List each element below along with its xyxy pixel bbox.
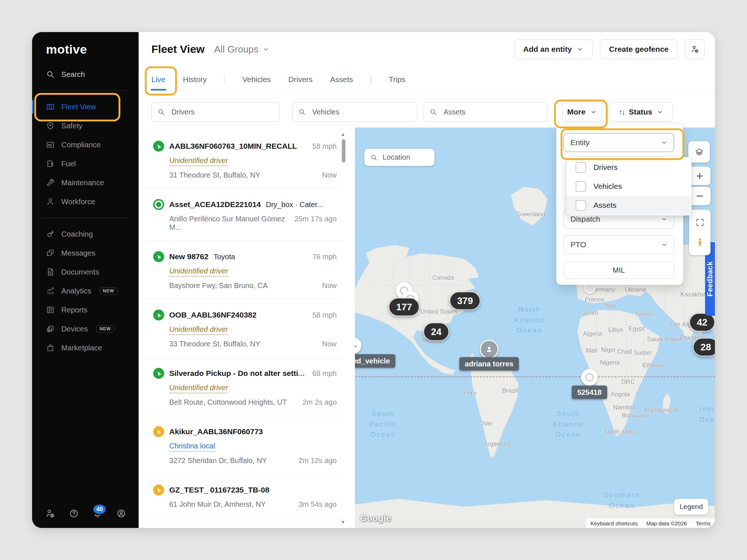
add-entity-button[interactable]: Add an entity xyxy=(514,39,593,59)
sidebar-item-messages[interactable]: Messages xyxy=(32,244,139,262)
scrollbar-thumb[interactable] xyxy=(342,139,345,163)
list-item-row: New 98762Toyota76 mph xyxy=(153,251,337,262)
country-label: Greenland xyxy=(516,211,545,218)
sidebar-item-reports[interactable]: Reports xyxy=(32,300,139,319)
list-item-aabl36nf060763-10min-recall[interactable]: AABL36NF060763_10MIN_RECALL58 mphUnident… xyxy=(139,131,348,189)
list-item-akikur-aabl36nf060773[interactable]: Akikur_AABL36NF060773Christina local3272… xyxy=(139,416,348,474)
help-button[interactable] xyxy=(69,509,79,520)
tab-trips[interactable]: Trips xyxy=(389,69,406,90)
driver-link[interactable]: Unidentified driver xyxy=(169,325,228,335)
sidebar-item-safety[interactable]: Safety xyxy=(32,116,139,135)
checkbox-drivers[interactable] xyxy=(576,162,586,173)
list-item-oob-aabl36nf240382[interactable]: OOB_AABL36NF24038258 mphUnidentified dri… xyxy=(139,299,348,358)
list-item-row: Unidentified driver xyxy=(169,156,337,166)
map-entity-label[interactable]: ated_vehicle xyxy=(355,354,395,368)
entity-option-drivers[interactable]: Drivers xyxy=(567,158,692,177)
sidebar-item-marketplace[interactable]: Marketplace xyxy=(32,338,139,357)
vehicles-search-input[interactable] xyxy=(292,102,417,122)
admin-settings-button[interactable] xyxy=(45,509,55,520)
map-cluster-badge[interactable]: 379 xyxy=(449,292,480,310)
list-item-silverado-pickup-do-not-alter-setti[interactable]: Silverado Pickup - Do not alter setti...… xyxy=(139,358,348,416)
list-item-gz-test-01167235-tb-08[interactable]: GZ_TEST_ 01167235_TB-0861 John Muir Dr, … xyxy=(139,474,348,518)
checkbox-assets[interactable] xyxy=(576,200,586,211)
list-item-jim-dump-trailer[interactable]: Jim Dump TrailerDump_tipper · Horizon L.… xyxy=(139,518,348,528)
country-label: Chile xyxy=(478,420,492,427)
sidebar-item-fleet-view[interactable]: Fleet View xyxy=(32,97,139,116)
map-cluster-badge[interactable]: 24 xyxy=(423,323,449,341)
map-zoom-in-button[interactable]: + xyxy=(689,167,711,185)
list-item-row: 33 Theodore St, Buffalo, NYNow xyxy=(169,340,337,348)
tab-drivers[interactable]: Drivers xyxy=(289,69,313,90)
attribution-item[interactable]: Keyboard shortcuts xyxy=(586,520,642,526)
pto-select[interactable]: PTO xyxy=(564,235,674,254)
sidebar-item-label: Workforce xyxy=(61,197,95,206)
entity-option-vehicles[interactable]: Vehicles xyxy=(567,177,692,196)
sidebar-item-search[interactable]: Search xyxy=(32,65,139,84)
document-icon xyxy=(46,268,55,276)
drivers-search-field[interactable] xyxy=(171,108,276,117)
sidebar-item-maintenance[interactable]: Maintenance xyxy=(32,173,139,192)
legend-button[interactable]: Legend xyxy=(674,499,708,515)
map-zoom-out-button[interactable]: − xyxy=(689,187,711,205)
map-vehicle-marker[interactable] xyxy=(581,369,598,386)
list-item-new-98762[interactable]: New 98762Toyota76 mphUnidentified driver… xyxy=(139,241,348,299)
status-green-nav-icon xyxy=(153,368,164,379)
map-layers-button[interactable] xyxy=(688,141,710,163)
fullscreen-icon[interactable] xyxy=(695,218,705,227)
drivers-search-input[interactable] xyxy=(151,102,279,122)
help-icon xyxy=(69,509,79,518)
sidebar-item-compliance[interactable]: Compliance xyxy=(32,135,139,154)
sidebar-item-fuel[interactable]: Fuel xyxy=(32,154,139,173)
country-label: Brazil xyxy=(502,387,518,394)
account-button[interactable] xyxy=(116,509,126,520)
more-filters-button[interactable]: More xyxy=(562,102,602,122)
list-item-asset-acea12de221014[interactable]: Asset_ACEA12DE221014Dry_box · Cater...An… xyxy=(139,189,348,241)
map-entity-label[interactable]: 525418 xyxy=(572,386,607,399)
sidebar-item-label: Fuel xyxy=(61,159,76,168)
search-icon xyxy=(298,108,306,116)
last-update-time: 3m 54s ago xyxy=(294,500,337,509)
sidebar: motive Search Fleet ViewSafetyCompliance… xyxy=(32,32,139,528)
entity-select[interactable]: Entity xyxy=(564,133,674,152)
driver-link[interactable]: Unidentified driver xyxy=(169,156,228,166)
tab-assets[interactable]: Assets xyxy=(330,69,353,90)
map-location-search[interactable]: Location xyxy=(364,149,434,166)
map-person-marker[interactable] xyxy=(480,340,499,359)
map-cluster-badge[interactable]: 28 xyxy=(693,338,715,357)
entity-option-assets[interactable]: Assets xyxy=(567,196,692,215)
sidebar-item-coaching[interactable]: Coaching xyxy=(32,225,139,244)
create-geofence-button[interactable]: Create geofence xyxy=(600,39,678,59)
map-entity-label[interactable]: adriana torres xyxy=(459,357,519,371)
sidebar-item-analytics[interactable]: AnalyticsNEW xyxy=(32,281,139,300)
list-item-row: 3272 Sheridan Dr, Buffalo, NY2m 12s ago xyxy=(169,456,337,465)
mil-button[interactable]: MIL xyxy=(564,262,674,279)
driver-link[interactable]: Unidentified driver xyxy=(169,384,228,393)
status-sort-button[interactable]: ↑↓ Status xyxy=(609,102,673,122)
group-filter-dropdown[interactable]: All Groups xyxy=(214,44,269,55)
scroll-down-arrow[interactable]: ▼ xyxy=(340,519,345,525)
sidebar-item-label: Analytics xyxy=(61,287,91,295)
sidebar-item-devices[interactable]: DevicesNEW xyxy=(32,319,139,338)
attribution-item[interactable]: Map data ©2026 xyxy=(642,520,691,526)
assets-search-field[interactable] xyxy=(443,108,544,117)
map-cluster-badge[interactable]: 177 xyxy=(388,298,419,316)
driver-link[interactable]: Unidentified driver xyxy=(169,267,228,277)
vehicle-address: Anillo Periférico Sur Manuel Gómez M... xyxy=(169,215,290,232)
driver-link[interactable]: Christina local xyxy=(169,442,215,452)
admin-user-button[interactable] xyxy=(685,39,705,59)
tab-live[interactable]: Live xyxy=(151,69,166,90)
map-cluster-badge[interactable]: 42 xyxy=(689,313,715,332)
scroll-up-arrow[interactable]: ▲ xyxy=(340,131,345,137)
sidebar-item-workforce[interactable]: Workforce xyxy=(32,192,139,211)
attribution-item[interactable]: Terms xyxy=(691,520,715,526)
vehicles-search-field[interactable] xyxy=(311,108,414,117)
country-label: France xyxy=(585,296,604,303)
tab-separator xyxy=(371,75,371,84)
tab-history[interactable]: History xyxy=(183,69,207,90)
pegman-icon[interactable] xyxy=(695,238,705,247)
sidebar-item-documents[interactable]: Documents xyxy=(32,262,139,281)
notifications-button[interactable]: 40 xyxy=(93,509,102,520)
checkbox-vehicles[interactable] xyxy=(576,181,586,192)
assets-search-input[interactable] xyxy=(423,102,547,122)
tab-vehicles[interactable]: Vehicles xyxy=(242,69,271,90)
